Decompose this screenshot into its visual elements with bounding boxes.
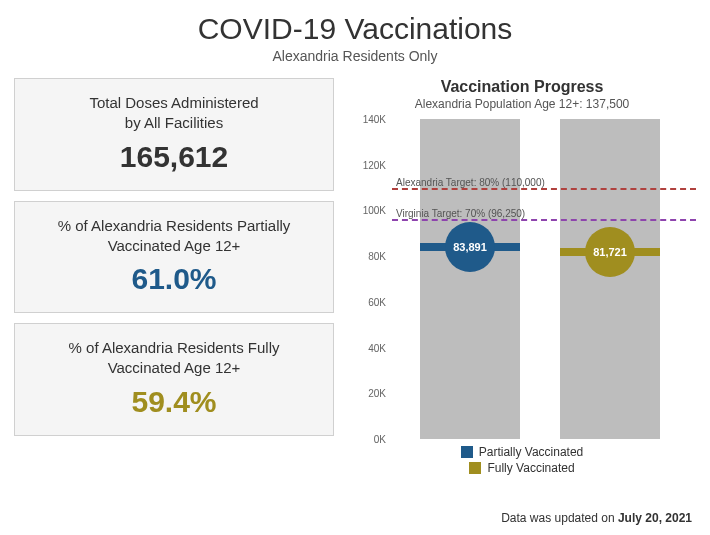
card-total-doses: Total Doses Administered by All Faciliti… <box>14 78 334 191</box>
footer-date: July 20, 2021 <box>618 511 692 525</box>
chart-panel: Vaccination Progress Alexandria Populati… <box>348 78 696 475</box>
card-value-total-doses: 165,612 <box>25 140 323 174</box>
chart-subtitle: Alexandria Population Age 12+: 137,500 <box>348 97 696 111</box>
y-tick: 140K <box>348 114 386 125</box>
y-tick: 60K <box>348 296 386 307</box>
legend-item-partial: Partially Vaccinated <box>348 445 696 459</box>
page-title: COVID-19 Vaccinations <box>0 12 710 46</box>
bubble-label: 83,891 <box>453 241 487 253</box>
bg-bar-partial <box>420 119 520 439</box>
card-label-line1: Total Doses Administered <box>89 94 258 111</box>
card-fully-vaccinated: % of Alexandria Residents Fully Vaccinat… <box>14 323 334 436</box>
y-tick: 100K <box>348 205 386 216</box>
y-axis: 140K 120K 100K 80K 60K 40K 20K 0K <box>348 119 390 439</box>
chart-title: Vaccination Progress <box>348 78 696 96</box>
y-tick: 120K <box>348 159 386 170</box>
value-bubble-partial: 83,891 <box>445 222 495 272</box>
card-label: % of Alexandria Residents Partially Vacc… <box>25 216 323 257</box>
target-label-virginia: Virginia Target: 70% (96,250) <box>396 208 525 219</box>
card-label: Total Doses Administered by All Faciliti… <box>25 93 323 134</box>
update-footer: Data was updated on July 20, 2021 <box>501 511 692 525</box>
value-bubble-fully: 81,721 <box>585 227 635 277</box>
target-line-alexandria: Alexandria Target: 80% (110,000) <box>392 188 696 190</box>
card-value-fully: 59.4% <box>25 385 323 419</box>
page-subtitle: Alexandria Residents Only <box>0 48 710 64</box>
plot-area: Alexandria Target: 80% (110,000) Virgini… <box>392 119 696 439</box>
card-label: % of Alexandria Residents Fully Vaccinat… <box>25 338 323 379</box>
card-label-line1: % of Alexandria Residents Partially <box>58 217 291 234</box>
card-label-line2: Vaccinated Age 12+ <box>108 237 241 254</box>
bubble-label: 81,721 <box>593 246 627 258</box>
chart-plot: 140K 120K 100K 80K 60K 40K 20K 0K Alexan… <box>348 119 696 439</box>
target-label-alexandria: Alexandria Target: 80% (110,000) <box>396 177 545 188</box>
y-tick: 20K <box>348 388 386 399</box>
legend: Partially Vaccinated Fully Vaccinated <box>348 445 696 475</box>
legend-label: Fully Vaccinated <box>487 461 574 475</box>
y-tick: 0K <box>348 434 386 445</box>
target-line-virginia: Virginia Target: 70% (96,250) <box>392 219 696 221</box>
bg-bar-fully <box>560 119 660 439</box>
card-label-line2: Vaccinated Age 12+ <box>108 359 241 376</box>
legend-item-fully: Fully Vaccinated <box>348 461 696 475</box>
y-tick: 80K <box>348 251 386 262</box>
card-label-line2: by All Facilities <box>125 114 223 131</box>
swatch-fully <box>469 462 481 474</box>
footer-prefix: Data was updated on <box>501 511 618 525</box>
swatch-partial <box>461 446 473 458</box>
y-tick: 40K <box>348 342 386 353</box>
card-value-partial: 61.0% <box>25 262 323 296</box>
card-label-line1: % of Alexandria Residents Fully <box>69 339 280 356</box>
content: Total Doses Administered by All Faciliti… <box>0 78 710 475</box>
card-partially-vaccinated: % of Alexandria Residents Partially Vacc… <box>14 201 334 314</box>
stat-cards: Total Doses Administered by All Faciliti… <box>14 78 334 475</box>
legend-label: Partially Vaccinated <box>479 445 584 459</box>
